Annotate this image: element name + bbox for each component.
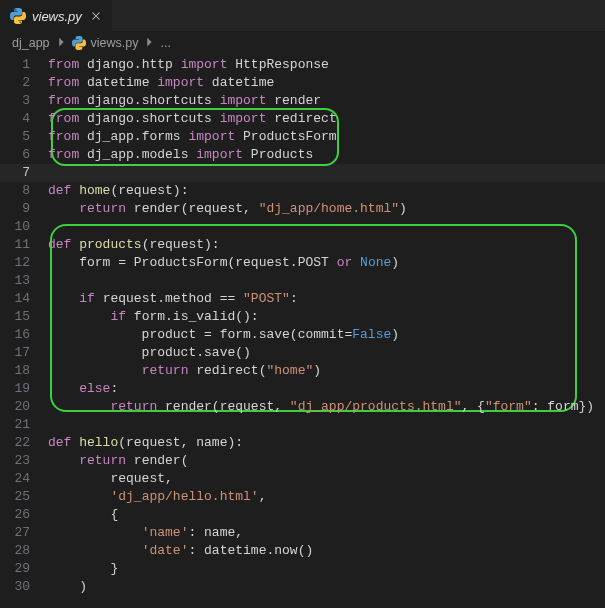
line-number: 3 bbox=[0, 92, 48, 110]
code-content: from datetime import datetime bbox=[48, 74, 274, 92]
line-number: 12 bbox=[0, 254, 48, 272]
line-number: 26 bbox=[0, 506, 48, 524]
code-line[interactable]: 18 return redirect("home") bbox=[0, 362, 605, 380]
code-line[interactable]: 13 bbox=[0, 272, 605, 290]
line-number: 20 bbox=[0, 398, 48, 416]
code-content: return render(request, "dj_app/home.html… bbox=[48, 200, 407, 218]
code-content: product.save() bbox=[48, 344, 251, 362]
line-number: 11 bbox=[0, 236, 48, 254]
line-number: 22 bbox=[0, 434, 48, 452]
tab-label: views.py bbox=[32, 9, 82, 24]
line-number: 25 bbox=[0, 488, 48, 506]
code-content: form = ProductsForm(request.POST or None… bbox=[48, 254, 399, 272]
line-number: 5 bbox=[0, 128, 48, 146]
code-line[interactable]: 8def home(request): bbox=[0, 182, 605, 200]
code-line[interactable]: 27 'name': name, bbox=[0, 524, 605, 542]
breadcrumb: dj_app views.py ... bbox=[0, 32, 605, 54]
chevron-right-icon bbox=[142, 35, 156, 52]
code-line[interactable]: 17 product.save() bbox=[0, 344, 605, 362]
line-number: 2 bbox=[0, 74, 48, 92]
chevron-right-icon bbox=[54, 35, 68, 52]
tab-bar: views.py bbox=[0, 0, 605, 32]
code-line[interactable]: 29 } bbox=[0, 560, 605, 578]
line-number: 7 bbox=[0, 164, 48, 182]
code-content: from dj_app.forms import ProductsForm bbox=[48, 128, 337, 146]
code-line[interactable]: 10 bbox=[0, 218, 605, 236]
code-content: else: bbox=[48, 380, 118, 398]
code-line[interactable]: 24 request, bbox=[0, 470, 605, 488]
line-number: 10 bbox=[0, 218, 48, 236]
code-content: if form.is_valid(): bbox=[48, 308, 259, 326]
line-number: 28 bbox=[0, 542, 48, 560]
code-line[interactable]: 6from dj_app.models import Products bbox=[0, 146, 605, 164]
line-number: 17 bbox=[0, 344, 48, 362]
code-content: def hello(request, name): bbox=[48, 434, 243, 452]
code-content: return redirect("home") bbox=[48, 362, 321, 380]
python-icon bbox=[10, 8, 26, 24]
code-line[interactable]: 7 bbox=[0, 164, 605, 182]
line-number: 18 bbox=[0, 362, 48, 380]
code-content: return render( bbox=[48, 452, 188, 470]
line-number: 27 bbox=[0, 524, 48, 542]
code-content: from django.shortcuts import redirect bbox=[48, 110, 337, 128]
line-number: 29 bbox=[0, 560, 48, 578]
code-content: { bbox=[48, 506, 118, 524]
breadcrumb-folder[interactable]: dj_app bbox=[12, 36, 50, 50]
code-content: 'name': name, bbox=[48, 524, 243, 542]
code-content: 'dj_app/hello.html', bbox=[48, 488, 266, 506]
code-editor[interactable]: 1from django.http import HttpResponse2fr… bbox=[0, 54, 605, 596]
code-line[interactable]: 14 if request.method == "POST": bbox=[0, 290, 605, 308]
code-line[interactable]: 19 else: bbox=[0, 380, 605, 398]
code-content: return render(request, "dj_app/products.… bbox=[48, 398, 594, 416]
code-content: def products(request): bbox=[48, 236, 220, 254]
code-line[interactable]: 4from django.shortcuts import redirect bbox=[0, 110, 605, 128]
close-icon[interactable] bbox=[88, 8, 104, 24]
line-number: 9 bbox=[0, 200, 48, 218]
line-number: 6 bbox=[0, 146, 48, 164]
code-line[interactable]: 15 if form.is_valid(): bbox=[0, 308, 605, 326]
code-line[interactable]: 1from django.http import HttpResponse bbox=[0, 56, 605, 74]
line-number: 4 bbox=[0, 110, 48, 128]
line-number: 23 bbox=[0, 452, 48, 470]
line-number: 8 bbox=[0, 182, 48, 200]
code-line[interactable]: 21 bbox=[0, 416, 605, 434]
line-number: 24 bbox=[0, 470, 48, 488]
code-line[interactable]: 22def hello(request, name): bbox=[0, 434, 605, 452]
code-content: from django.shortcuts import render bbox=[48, 92, 321, 110]
code-line[interactable]: 30 ) bbox=[0, 578, 605, 596]
line-number: 19 bbox=[0, 380, 48, 398]
line-number: 16 bbox=[0, 326, 48, 344]
code-content: } bbox=[48, 560, 118, 578]
tab-views-py[interactable]: views.py bbox=[0, 0, 112, 32]
breadcrumb-more[interactable]: ... bbox=[160, 36, 170, 50]
code-content: def home(request): bbox=[48, 182, 188, 200]
code-content: request, bbox=[48, 470, 173, 488]
code-line[interactable]: 2from datetime import datetime bbox=[0, 74, 605, 92]
code-content: product = form.save(commit=False) bbox=[48, 326, 399, 344]
line-number: 21 bbox=[0, 416, 48, 434]
code-content: ) bbox=[48, 578, 87, 596]
code-line[interactable]: 3from django.shortcuts import render bbox=[0, 92, 605, 110]
code-content: from django.http import HttpResponse bbox=[48, 56, 329, 74]
line-number: 15 bbox=[0, 308, 48, 326]
code-line[interactable]: 9 return render(request, "dj_app/home.ht… bbox=[0, 200, 605, 218]
line-number: 13 bbox=[0, 272, 48, 290]
code-line[interactable]: 12 form = ProductsForm(request.POST or N… bbox=[0, 254, 605, 272]
code-line[interactable]: 20 return render(request, "dj_app/produc… bbox=[0, 398, 605, 416]
python-icon bbox=[72, 36, 87, 51]
code-line[interactable]: 26 { bbox=[0, 506, 605, 524]
code-content: from dj_app.models import Products bbox=[48, 146, 313, 164]
line-number: 30 bbox=[0, 578, 48, 596]
code-line[interactable]: 23 return render( bbox=[0, 452, 605, 470]
code-line[interactable]: 25 'dj_app/hello.html', bbox=[0, 488, 605, 506]
line-number: 14 bbox=[0, 290, 48, 308]
breadcrumb-file[interactable]: views.py bbox=[91, 36, 139, 50]
code-content: 'date': datetime.now() bbox=[48, 542, 313, 560]
code-line[interactable]: 28 'date': datetime.now() bbox=[0, 542, 605, 560]
code-line[interactable]: 5from dj_app.forms import ProductsForm bbox=[0, 128, 605, 146]
code-content: if request.method == "POST": bbox=[48, 290, 298, 308]
code-line[interactable]: 11def products(request): bbox=[0, 236, 605, 254]
code-line[interactable]: 16 product = form.save(commit=False) bbox=[0, 326, 605, 344]
line-number: 1 bbox=[0, 56, 48, 74]
